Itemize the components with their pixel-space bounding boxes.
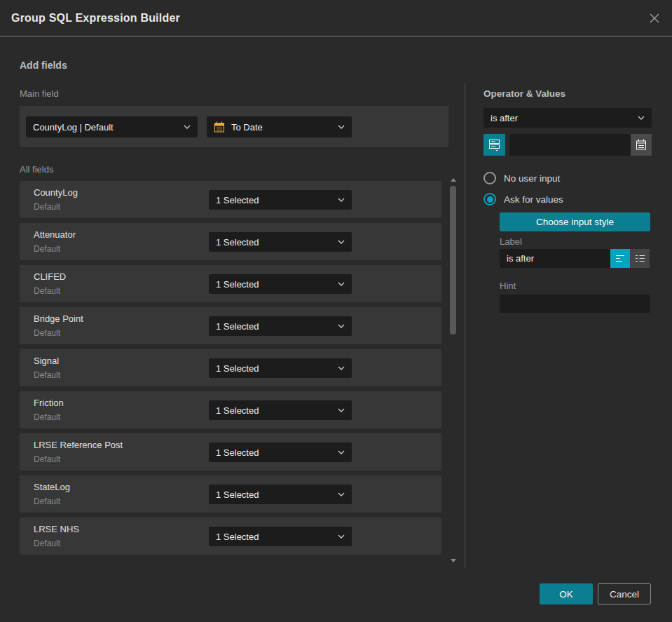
- field-values-select-value: 1 Selected: [216, 532, 334, 542]
- field-row-signal: Signal Default 1 Selected: [20, 349, 441, 386]
- field-values-select-value: 1 Selected: [216, 447, 334, 458]
- field-values-select-value: 1 Selected: [216, 405, 334, 416]
- chevron-down-icon: [338, 198, 345, 202]
- field-name: Signal: [34, 356, 59, 366]
- list-style-button[interactable]: [630, 249, 650, 268]
- chevron-down-icon: [338, 492, 345, 496]
- value-input[interactable]: [509, 134, 631, 156]
- field-values-select-value: 1 Selected: [216, 237, 334, 248]
- single-line-style-button[interactable]: [610, 249, 630, 268]
- field-row-lrse-reference-post: LRSE Reference Post Default 1 Selected: [20, 433, 441, 471]
- list-icon: [635, 254, 645, 263]
- list-scrollbar[interactable]: [449, 178, 458, 562]
- field-subtitle: Default: [34, 328, 60, 338]
- field-values-select-value: 1 Selected: [216, 321, 334, 332]
- choose-input-style-button[interactable]: Choose input style: [500, 212, 650, 231]
- radio-label: Ask for values: [504, 194, 563, 205]
- field-name: CLIFED: [34, 271, 66, 282]
- date-type-select-value: To Date: [231, 122, 334, 133]
- field-name: CountyLog: [34, 187, 78, 198]
- field-row-countylog: CountyLog Default 1 Selected: [20, 181, 441, 218]
- radio-icon: [484, 172, 496, 184]
- chevron-down-icon: [338, 282, 345, 286]
- field-subtitle: Default: [34, 496, 60, 506]
- main-field-select-value: CountyLog | Default: [33, 122, 179, 133]
- all-fields-list: CountyLog Default 1 Selected Attenuator …: [20, 181, 441, 555]
- field-row-statelog: StateLog Default 1 Selected: [20, 475, 441, 513]
- chevron-down-icon: [338, 125, 345, 129]
- all-fields-label: All fields: [20, 164, 53, 175]
- label-label: Label: [500, 236, 522, 247]
- radio-ask-for-values[interactable]: Ask for values: [484, 193, 563, 205]
- main-field-label: Main field: [20, 88, 59, 99]
- operator-values-heading: Operator & Values: [484, 88, 565, 99]
- field-row-friction: Friction Default 1 Selected: [20, 391, 441, 428]
- hint-input[interactable]: [500, 295, 650, 313]
- field-name: Friction: [34, 398, 64, 408]
- label-input[interactable]: [500, 249, 610, 268]
- chevron-down-icon: [338, 534, 345, 539]
- field-name: Bridge Point: [34, 313, 83, 324]
- field-values-select[interactable]: 1 Selected: [209, 274, 352, 294]
- field-name: Attenuator: [34, 229, 76, 240]
- field-values-select-value: 1 Selected: [216, 195, 334, 205]
- dialog-header: Group SQL Expression Builder: [0, 0, 672, 36]
- hint-label: Hint: [500, 280, 516, 291]
- field-values-select[interactable]: 1 Selected: [209, 485, 352, 504]
- vertical-divider: [465, 83, 465, 568]
- scroll-up-icon[interactable]: [451, 178, 456, 182]
- date-type-select[interactable]: To Date: [207, 116, 352, 137]
- field-subtitle: Default: [34, 202, 60, 212]
- chevron-down-icon: [338, 240, 345, 244]
- stacked-values-icon: [488, 138, 500, 151]
- field-name: LRSE NHS: [34, 524, 79, 534]
- dialog-title: Group SQL Expression Builder: [11, 0, 180, 36]
- field-values-select-value: 1 Selected: [216, 363, 334, 374]
- align-left-icon: [615, 254, 626, 263]
- main-field-select[interactable]: CountyLog | Default: [26, 116, 198, 137]
- main-field-panel: CountyLog | Default To Date: [20, 106, 448, 147]
- field-subtitle: Default: [34, 412, 60, 422]
- operator-select-value: is after: [491, 113, 633, 123]
- chevron-down-icon: [638, 116, 645, 120]
- scrollbar-thumb[interactable]: [450, 186, 456, 334]
- chevron-down-icon: [338, 366, 345, 370]
- field-values-select-value: 1 Selected: [216, 489, 334, 500]
- calendar-icon: [636, 139, 647, 151]
- ok-button[interactable]: OK: [540, 583, 593, 604]
- add-fields-heading: Add fields: [20, 60, 67, 71]
- radio-icon: [484, 193, 496, 205]
- close-icon[interactable]: [646, 10, 663, 27]
- scroll-down-icon[interactable]: [451, 559, 456, 562]
- calendar-icon: [214, 121, 225, 133]
- radio-label: No user input: [504, 173, 560, 184]
- field-name: LRSE Reference Post: [34, 440, 123, 450]
- field-values-select[interactable]: 1 Selected: [209, 400, 352, 420]
- field-values-select[interactable]: 1 Selected: [209, 527, 352, 546]
- field-subtitle: Default: [34, 286, 60, 296]
- field-subtitle: Default: [34, 370, 60, 380]
- operator-select[interactable]: is after: [484, 108, 652, 128]
- field-row-attenuator: Attenuator Default 1 Selected: [20, 223, 441, 260]
- field-values-select[interactable]: 1 Selected: [209, 316, 352, 336]
- field-values-select[interactable]: 1 Selected: [209, 358, 352, 378]
- field-values-select[interactable]: 1 Selected: [209, 190, 352, 210]
- date-picker-button[interactable]: [631, 134, 652, 156]
- field-values-select[interactable]: 1 Selected: [209, 442, 352, 462]
- chevron-down-icon: [338, 450, 345, 454]
- field-subtitle: Default: [34, 244, 60, 254]
- chevron-down-icon: [184, 125, 191, 129]
- chevron-down-icon: [338, 408, 345, 412]
- field-values-select-value: 1 Selected: [216, 279, 334, 290]
- field-name: StateLog: [34, 482, 70, 492]
- cancel-button[interactable]: Cancel: [598, 583, 651, 604]
- input-type-button[interactable]: [484, 134, 505, 156]
- field-row-bridge-point: Bridge Point Default 1 Selected: [20, 307, 441, 344]
- field-values-select[interactable]: 1 Selected: [209, 232, 352, 252]
- radio-no-user-input[interactable]: No user input: [484, 172, 560, 184]
- field-subtitle: Default: [34, 454, 60, 464]
- chevron-down-icon: [338, 324, 345, 328]
- field-row-lrse-nhs: LRSE NHS Default 1 Selected: [20, 518, 441, 555]
- field-subtitle: Default: [34, 539, 60, 548]
- field-row-clifed: CLIFED Default 1 Selected: [20, 265, 441, 302]
